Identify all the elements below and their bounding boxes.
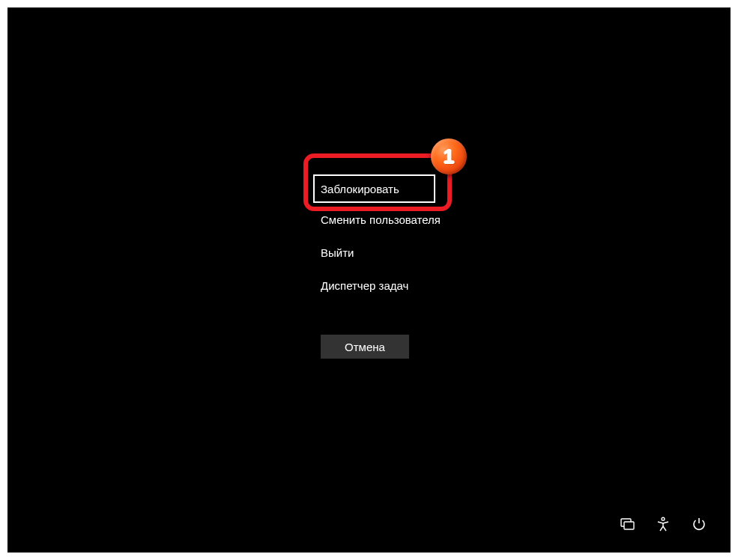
network-icon[interactable] (620, 517, 635, 532)
task-manager-option-label: Диспетчер задач (321, 279, 408, 292)
switch-user-option-label: Сменить пользователя (321, 213, 441, 226)
sign-out-option-label: Выйти (321, 246, 354, 259)
system-tray (620, 517, 707, 532)
annotation-badge: 1 (431, 139, 467, 174)
sign-out-option[interactable]: Выйти (313, 236, 433, 269)
task-manager-option[interactable]: Диспетчер задач (313, 269, 433, 302)
ctrl-alt-del-screen: Заблокировать Сменить пользователя Выйти… (7, 7, 731, 553)
annotation-number: 1 (444, 145, 454, 168)
accessibility-icon[interactable] (656, 517, 671, 532)
lock-option-label: Заблокировать (321, 183, 399, 195)
svg-rect-1 (624, 522, 634, 529)
cancel-button[interactable]: Отмена (321, 335, 409, 359)
switch-user-option[interactable]: Сменить пользователя (313, 203, 448, 236)
power-icon[interactable] (692, 517, 707, 532)
cancel-button-label: Отмена (345, 341, 385, 353)
svg-point-2 (662, 517, 665, 520)
lock-option[interactable]: Заблокировать (313, 174, 435, 203)
security-options-menu: Заблокировать Сменить пользователя Выйти… (313, 174, 448, 302)
